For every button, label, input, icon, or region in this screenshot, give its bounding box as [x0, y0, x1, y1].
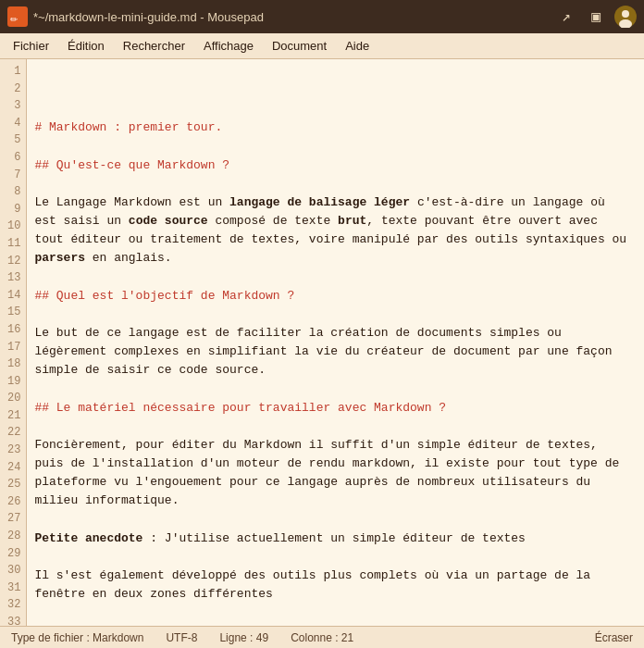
line-number: 1 [7, 63, 20, 81]
editor-line: tout éditeur ou traitement de textes, vo… [34, 231, 637, 249]
editor-line: ## Le matériel nécessaire pour travaille… [34, 399, 637, 417]
line-number: 29 [7, 545, 20, 563]
menubar: Fichier Édition Rechercher Affichage Doc… [0, 33, 644, 59]
menu-rechercher[interactable]: Rechercher [114, 37, 194, 55]
line-number: 6 [7, 149, 20, 167]
line-number: 19 [7, 373, 20, 391]
line-number: 2 [7, 81, 20, 98]
menu-affichage[interactable]: Affichage [194, 37, 263, 55]
titlebar-left: ✏ *~/markdown-le-mini-guide.md - Mousepa… [7, 6, 264, 27]
editor-line: puis de l'installation d'un moteur de re… [34, 455, 637, 473]
line-number: 17 [7, 339, 20, 356]
editor-line [34, 380, 637, 398]
line-number: 25 [7, 476, 20, 493]
line-number: 18 [7, 355, 20, 373]
overwrite-button[interactable]: Écraser [595, 631, 633, 644]
menu-edition[interactable]: Édition [58, 37, 114, 55]
line-number: 16 [7, 321, 20, 339]
svg-text:✏: ✏ [10, 11, 19, 26]
window-title: *~/markdown-le-mini-guide.md - Mousepad [33, 10, 264, 24]
menu-aide[interactable]: Aide [336, 37, 378, 55]
line-number: 22 [7, 424, 20, 442]
editor-line [34, 417, 637, 436]
editor-line [34, 268, 637, 287]
line-number: 12 [7, 253, 20, 270]
editor-line: légèrement complexes en simplifiant la v… [34, 343, 637, 361]
statusbar: Type de fichier : Markdown UTF-8 Ligne :… [0, 626, 644, 648]
editor-line [34, 305, 637, 324]
editor-line: ## Qu'est-ce que Markdown ? [34, 156, 637, 175]
line-number: 8 [7, 183, 20, 201]
editor-line: parsers en anglais. [34, 249, 637, 268]
line-number: 4 [7, 115, 20, 132]
line-label: Ligne : 49 [219, 631, 268, 644]
editor-line [34, 175, 637, 193]
line-numbers: 1234567891011121314151617181920212223242… [0, 59, 27, 626]
line-number: 26 [7, 493, 20, 511]
line-number: 3 [7, 97, 20, 115]
line-number: 24 [7, 459, 20, 477]
line-number: 5 [7, 131, 20, 149]
editor-line: Petite anecdote : J'utilise actuellement… [34, 530, 637, 548]
line-number: 23 [7, 442, 20, 459]
filetype-label: Type de fichier : Markdown [11, 631, 143, 644]
menu-document[interactable]: Document [263, 37, 336, 55]
line-number: 28 [7, 528, 20, 545]
editor-line: plateforme vu l'engouement pour ce langa… [34, 473, 637, 492]
titlebar: ✏ *~/markdown-le-mini-guide.md - Mousepa… [0, 0, 644, 33]
col-label: Colonne : 21 [291, 631, 353, 644]
line-number: 20 [7, 390, 20, 407]
editor-line: simple de saisir ce code source. [34, 361, 637, 380]
line-number: 15 [7, 304, 20, 321]
line-number: 32 [7, 596, 20, 614]
line-number: 27 [7, 510, 20, 528]
line-number: 14 [7, 287, 20, 305]
svg-point-3 [622, 10, 629, 18]
editor-line: ## Quel est l'objectif de Markdown ? [34, 287, 637, 305]
editor-line: fenêtre en deux zones différentes [34, 585, 637, 604]
line-number: 21 [7, 407, 20, 425]
titlebar-avatar[interactable] [614, 6, 637, 28]
editor-line: Le Langage Markdown est un langage de ba… [34, 193, 637, 212]
line-number: 31 [7, 579, 20, 597]
editor-line [34, 510, 637, 529]
editor-line: Foncièrement, pour éditer du Markdown il… [34, 436, 637, 455]
line-number: 33 [7, 614, 20, 626]
statusbar-right: Écraser [595, 631, 633, 644]
editor-line: Il s'est également développé des outils … [34, 567, 637, 585]
content-area[interactable]: # Markdown : premier tour. ## Qu'est-ce … [27, 59, 644, 626]
titlebar-restore-btn[interactable]: ▣ [585, 6, 607, 28]
editor-line: milieu informatique. [34, 492, 637, 510]
menu-fichier[interactable]: Fichier [4, 37, 58, 55]
line-number: 30 [7, 562, 20, 579]
line-number: 13 [7, 269, 20, 287]
encoding-label: UTF-8 [166, 631, 197, 644]
editor-line [34, 604, 637, 622]
editor: 1234567891011121314151617181920212223242… [0, 59, 644, 626]
editor-line [34, 138, 637, 156]
line-number: 11 [7, 235, 20, 253]
line-number: 10 [7, 218, 20, 235]
titlebar-controls: ↗ ▣ [555, 6, 637, 28]
editor-line: Le but de ce langage est de faciliter la… [34, 324, 637, 343]
titlebar-back-btn[interactable]: ↗ [555, 6, 577, 28]
line-number: 9 [7, 201, 20, 218]
editor-line: # Markdown : premier tour. [34, 118, 637, 137]
editor-line [34, 548, 637, 567]
editor-line: est saisi un code source composé de text… [34, 212, 637, 231]
line-number: 7 [7, 167, 20, 184]
app-icon: ✏ [7, 6, 28, 27]
